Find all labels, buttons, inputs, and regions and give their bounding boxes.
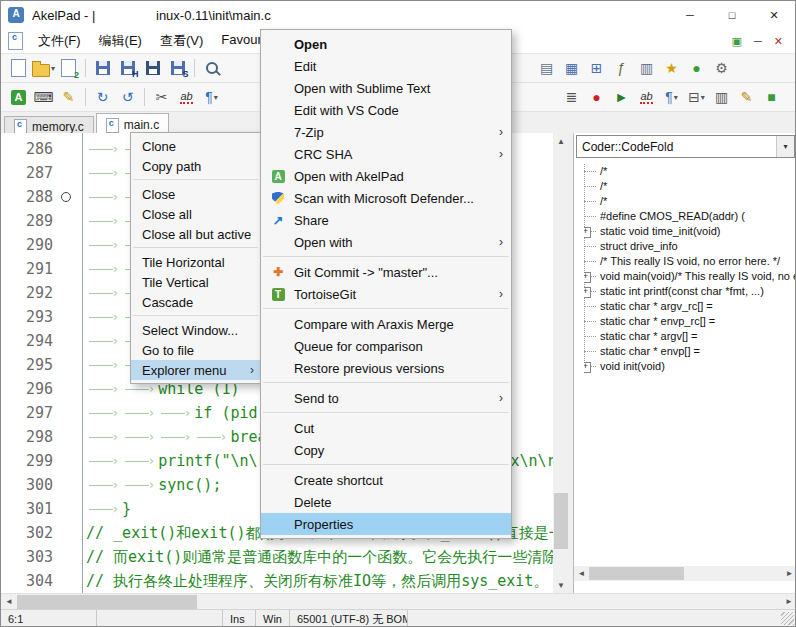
tabmenu-item-tile-horizontal[interactable]: Tile Horizontal <box>131 252 260 272</box>
resize-grip[interactable] <box>781 612 794 625</box>
horizontal-scroll-thumb[interactable] <box>17 595 197 609</box>
tabmenu-item-tile-vertical[interactable]: Tile Vertical <box>131 272 260 292</box>
horizontal-scroll-track[interactable] <box>17 594 781 610</box>
status-encoding[interactable]: 65001 (UTF-8) 无 BOM <box>290 610 408 627</box>
codefold-item[interactable]: +void init(void) <box>584 359 796 374</box>
code-fold-button[interactable]: ⊟▾ <box>684 85 709 109</box>
tabmenu-item-copy-path[interactable]: Copy path <box>131 156 260 176</box>
edit-pencil-button[interactable]: ✎ <box>734 85 759 109</box>
panel-scroll-thumb[interactable] <box>589 567 684 580</box>
scroll-right-icon[interactable]: ► <box>781 594 796 610</box>
maximize-button[interactable]: □ <box>711 1 753 29</box>
shellmenu-item-open-with[interactable]: Open with› <box>261 231 511 253</box>
expand-plus-icon[interactable]: + <box>584 227 591 238</box>
line-number-gutter[interactable]: 2862872882892902912922932942952962972982… <box>1 133 83 593</box>
menu-f[interactable]: 文件(F) <box>29 32 90 50</box>
split-view-button[interactable]: ⊞ <box>584 56 609 80</box>
shellmenu-item-open[interactable]: Open <box>261 33 511 55</box>
word-wrap-button[interactable]: ✂ <box>149 85 174 109</box>
shellmenu-item-create-shortcut[interactable]: Create shortcut <box>261 469 511 491</box>
menu-v[interactable]: 查看(V) <box>151 32 212 50</box>
chevron-down-icon[interactable]: ▾ <box>776 136 794 157</box>
settings-button[interactable]: ⚙ <box>709 56 734 80</box>
scroll-left-icon[interactable]: ◄ <box>574 566 589 581</box>
save-as-button[interactable]: H <box>115 56 140 80</box>
save-all-button[interactable] <box>140 56 165 80</box>
paragraph-button-dropdown-icon[interactable]: ▾ <box>674 93 678 102</box>
char-insert-button[interactable]: ab <box>634 85 659 109</box>
expand-plus-icon[interactable]: + <box>584 272 591 283</box>
scroll-right-icon[interactable]: ► <box>782 566 796 581</box>
new-file-button[interactable] <box>6 56 31 80</box>
codefold-item[interactable]: struct drive_info <box>584 239 796 254</box>
expand-plus-icon[interactable]: + <box>584 362 591 373</box>
vertical-scroll-thumb[interactable] <box>554 493 568 549</box>
highlight-grid-button[interactable]: ▥ <box>709 85 734 109</box>
tabmenu-item-close-all-but-active[interactable]: Close all but active <box>131 224 260 244</box>
code-fold-button-dropdown-icon[interactable]: ▾ <box>701 93 705 102</box>
tabmenu-item-select-window[interactable]: Select Window... <box>131 320 260 340</box>
minimize-button[interactable]: ─ <box>669 1 711 29</box>
shellmenu-item-compare-with-araxis-merge[interactable]: Compare with Araxis Merge <box>261 313 511 335</box>
clipboard-list-button[interactable]: ≣ <box>559 85 584 109</box>
show-whitespace-button-dropdown-icon[interactable]: ▾ <box>214 93 218 102</box>
save-copy-button[interactable]: S <box>165 56 190 80</box>
reopen-file-button[interactable]: 2 <box>56 56 81 80</box>
codefold-item[interactable]: +static void time_init(void) <box>584 224 796 239</box>
shellmenu-item-properties[interactable]: Properties <box>261 513 511 535</box>
insert-table-button[interactable]: ▦ <box>559 56 584 80</box>
tabmenu-item-clone[interactable]: Clone <box>131 136 260 156</box>
record-macro-button[interactable]: ● <box>584 85 609 109</box>
panel-horizontal-scrollbar[interactable]: ◄ ► <box>574 566 796 581</box>
codefold-item[interactable]: /* This really IS void, no error here. *… <box>584 254 796 269</box>
shellmenu-item-open-with-akelpad[interactable]: Open with AkelPad <box>261 165 511 187</box>
function-list-button[interactable]: ƒ <box>609 56 634 80</box>
tabmenu-item-go-to-file[interactable]: Go to file <box>131 340 260 360</box>
shellmenu-item-copy[interactable]: Copy <box>261 439 511 461</box>
shellmenu-item-scan-with-microsoft-defender[interactable]: Scan with Microsoft Defender... <box>261 187 511 209</box>
shellmenu-item-tortoisegit[interactable]: TortoiseGit› <box>261 283 511 305</box>
shellmenu-item-send-to[interactable]: Send to› <box>261 387 511 409</box>
expand-plus-icon[interactable]: + <box>584 287 591 298</box>
templates-button[interactable]: ▥ <box>634 56 659 80</box>
codefold-item[interactable]: static char * envp_rc[] = <box>584 314 796 329</box>
show-whitespace-button[interactable]: ¶▾ <box>199 85 224 109</box>
keyboard-layout-button[interactable]: ⌨ <box>31 85 56 109</box>
tabmenu-item-explorer-menu[interactable]: Explorer menu› <box>131 360 260 380</box>
tabmenu-item-close[interactable]: Close <box>131 184 260 204</box>
scroll-left-icon[interactable]: ◄ <box>1 594 17 610</box>
shellmenu-item-open-with-sublime-text[interactable]: Open with Sublime Text <box>261 77 511 99</box>
close-button[interactable]: ✕ <box>753 1 795 29</box>
shellmenu-item-edit[interactable]: Edit <box>261 55 511 77</box>
codefold-item[interactable]: #define CMOS_READ(addr) ( <box>584 209 796 224</box>
codefold-item[interactable]: +void main(void)/* This really IS void, … <box>584 269 796 284</box>
shellmenu-item-delete[interactable]: Delete <box>261 491 511 513</box>
panel-scroll-track[interactable] <box>589 566 782 581</box>
scroll-up-icon[interactable]: ▲ <box>553 133 569 149</box>
recode-back-button[interactable]: ↺ <box>115 85 140 109</box>
codefold-plugin-selector[interactable]: Coder::CodeFold ▾ <box>576 135 795 158</box>
shellmenu-item-share[interactable]: Share <box>261 209 511 231</box>
open-file-button[interactable]: ▾ <box>31 56 56 80</box>
spell-check-button[interactable]: ab <box>174 85 199 109</box>
plugins-button[interactable]: ● <box>684 56 709 80</box>
status-insert-mode[interactable]: Ins <box>223 610 256 627</box>
shellmenu-item-cut[interactable]: Cut <box>261 417 511 439</box>
open-file-button-dropdown-icon[interactable]: ▾ <box>51 64 55 73</box>
menu-e[interactable]: 编辑(E) <box>90 32 151 50</box>
status-newline-format[interactable]: Win <box>256 610 290 627</box>
child-plugin-button[interactable]: ▣ <box>732 36 742 47</box>
codefold-item[interactable]: static char * argv[] = <box>584 329 796 344</box>
find-button[interactable] <box>199 56 224 80</box>
editor-horizontal-scrollbar[interactable]: ◄ ► <box>1 593 796 609</box>
codefold-item[interactable]: /* <box>584 164 796 179</box>
codefold-item[interactable]: +static int printf(const char *fmt, ...) <box>584 284 796 299</box>
shellmenu-item-crc-sha[interactable]: CRC SHA› <box>261 143 511 165</box>
scroll-down-icon[interactable]: ▼ <box>553 577 569 593</box>
favorites-button[interactable]: ★ <box>659 56 684 80</box>
shellmenu-item-git-commit-master[interactable]: Git Commit -> "master"... <box>261 261 511 283</box>
editor-vertical-scrollbar[interactable]: ▲ ▼ <box>553 133 569 593</box>
shellmenu-item-7-zip[interactable]: 7-Zip› <box>261 121 511 143</box>
plugin-box-button[interactable]: ■ <box>759 85 784 109</box>
play-macro-button[interactable]: ► <box>609 85 634 109</box>
